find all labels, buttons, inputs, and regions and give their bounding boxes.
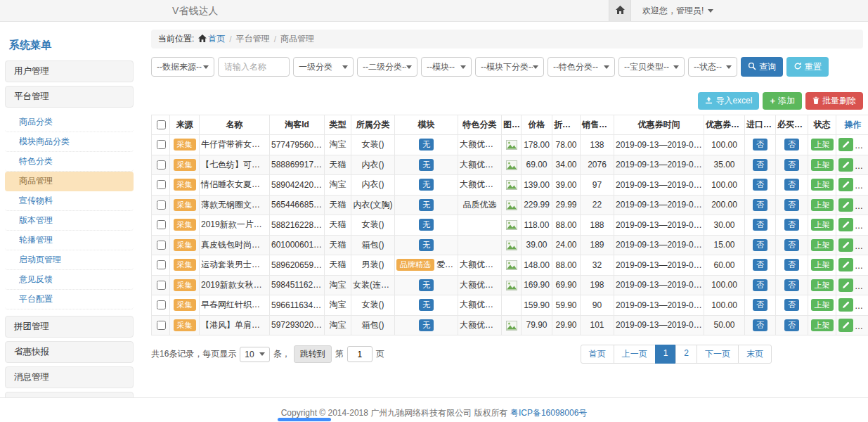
edit-button[interactable]	[838, 178, 853, 191]
filter-status[interactable]: --状态--	[688, 57, 737, 77]
add-button[interactable]: + 添加	[763, 92, 802, 110]
page-button[interactable]: 末页	[738, 345, 772, 364]
sidebar-item[interactable]: 商品管理	[5, 172, 134, 191]
row-checkbox[interactable]	[157, 160, 166, 170]
jump-page-input[interactable]	[347, 346, 373, 362]
sidebar-item[interactable]: 轮播管理	[5, 231, 134, 250]
row-checkbox[interactable]	[157, 300, 166, 309]
row-checkbox[interactable]	[157, 281, 166, 290]
page-button[interactable]: 1	[655, 345, 677, 364]
sidebar-group[interactable]: 消息管理	[5, 366, 134, 388]
row-checkbox[interactable]	[157, 321, 166, 330]
import-excel-button[interactable]: 导入excel	[698, 92, 759, 110]
sidebar-item[interactable]: 意见反馈	[5, 270, 134, 290]
must-buy-toggle[interactable]: 否	[784, 199, 799, 211]
status-badge[interactable]: 上架	[811, 159, 834, 171]
filter-data-source[interactable]: --数据来源--	[151, 57, 214, 77]
type-cell: 天猫	[325, 255, 351, 276]
import-pick-toggle[interactable]: 否	[753, 259, 767, 271]
must-buy-toggle[interactable]: 否	[784, 179, 799, 191]
price-cell: 139.00	[522, 175, 552, 196]
import-pick-toggle[interactable]: 否	[753, 139, 767, 151]
per-page-select[interactable]: 10	[240, 347, 269, 362]
must-buy-toggle[interactable]: 否	[784, 299, 799, 311]
row-checkbox[interactable]	[157, 200, 166, 210]
sidebar-group[interactable]: 平台管理	[5, 86, 134, 108]
filter-level2-category[interactable]: --二级分类--	[357, 57, 417, 77]
type-cell: 天猫	[325, 195, 351, 215]
user-menu[interactable]: 欢迎您，管理员!	[642, 5, 713, 17]
status-badge[interactable]: 上架	[811, 259, 834, 271]
jump-button[interactable]: 跳转到	[294, 345, 332, 363]
must-buy-toggle[interactable]: 否	[784, 159, 799, 171]
import-pick-toggle[interactable]: 否	[753, 299, 767, 311]
filter-level1-category[interactable]: 一级分类	[293, 57, 354, 77]
must-buy-toggle[interactable]: 否	[784, 139, 799, 151]
breadcrumb-home-link[interactable]: 首页	[198, 33, 225, 45]
home-button[interactable]	[609, 0, 631, 21]
edit-button[interactable]	[838, 198, 853, 212]
column-header: 图标	[502, 115, 522, 135]
sidebar-item[interactable]: 宣传物料	[5, 191, 134, 211]
edit-button[interactable]	[838, 279, 853, 292]
status-badge[interactable]: 上架	[811, 239, 834, 251]
batch-delete-button[interactable]: 批量删除	[805, 92, 863, 110]
filter-item-type[interactable]: --宝贝类型--	[618, 57, 685, 77]
page-button[interactable]: 首页	[581, 345, 614, 364]
edit-button[interactable]	[838, 258, 853, 271]
edit-button[interactable]	[838, 238, 853, 252]
edit-button[interactable]	[838, 298, 853, 312]
sidebar-group[interactable]: 用户管理	[5, 60, 134, 82]
row-checkbox[interactable]	[157, 220, 166, 229]
icp-link[interactable]: 粤ICP备16098006号	[510, 408, 587, 418]
page-button[interactable]: 下一页	[697, 345, 739, 364]
edit-button[interactable]	[838, 319, 853, 332]
sidebar-group[interactable]: 拼团管理	[5, 316, 134, 338]
row-checkbox[interactable]	[157, 180, 166, 189]
edit-button[interactable]	[838, 218, 853, 231]
horizontal-scrollbar-thumb[interactable]	[278, 418, 331, 421]
sidebar-item[interactable]: 模块商品分类	[5, 132, 134, 152]
status-badge[interactable]: 上架	[811, 199, 834, 211]
import-pick-toggle[interactable]: 否	[753, 179, 767, 191]
import-pick-toggle[interactable]: 否	[753, 279, 767, 291]
import-pick-toggle[interactable]: 否	[753, 199, 767, 211]
coupon-time-cell: 2019-09-13—2019-09-15	[614, 255, 704, 276]
status-badge[interactable]: 上架	[811, 319, 834, 331]
status-badge[interactable]: 上架	[811, 139, 834, 151]
filter-feature-category[interactable]: --特色分类--	[548, 57, 615, 77]
breadcrumb-item: 平台管理	[236, 33, 270, 45]
status-badge[interactable]: 上架	[811, 299, 834, 311]
must-buy-toggle[interactable]: 否	[784, 219, 799, 231]
must-buy-toggle[interactable]: 否	[784, 239, 799, 251]
page-button[interactable]: 2	[675, 345, 697, 364]
edit-button[interactable]	[838, 138, 853, 151]
name-search-input[interactable]	[218, 57, 290, 77]
filter-module[interactable]: --模块--	[421, 57, 472, 77]
page-button[interactable]: 上一页	[614, 345, 656, 364]
sidebar-item[interactable]: 平台配置	[5, 290, 134, 309]
import-pick-toggle[interactable]: 否	[753, 219, 767, 231]
row-checkbox[interactable]	[157, 140, 166, 149]
query-button[interactable]: 查询	[741, 57, 783, 77]
select-all-checkbox[interactable]	[157, 120, 166, 129]
sidebar-item[interactable]: 商品分类	[5, 113, 134, 132]
sidebar-group[interactable]: 省惠快报	[5, 341, 134, 363]
sidebar-item[interactable]: 启动页管理	[5, 250, 134, 270]
edit-button[interactable]	[838, 158, 853, 172]
import-pick-toggle[interactable]: 否	[753, 239, 767, 251]
status-badge[interactable]: 上架	[811, 179, 834, 191]
row-checkbox[interactable]	[157, 260, 166, 269]
sidebar-item[interactable]: 特色分类	[5, 152, 134, 172]
filter-module-subcategory[interactable]: --模块下分类--	[475, 57, 544, 77]
must-buy-toggle[interactable]: 否	[784, 319, 799, 331]
must-buy-toggle[interactable]: 否	[784, 279, 799, 291]
status-badge[interactable]: 上架	[811, 279, 834, 291]
status-badge[interactable]: 上架	[811, 219, 834, 231]
must-buy-toggle[interactable]: 否	[784, 259, 799, 271]
reset-button[interactable]: 重置	[786, 57, 829, 77]
row-checkbox[interactable]	[157, 241, 166, 250]
import-pick-toggle[interactable]: 否	[753, 319, 767, 331]
sidebar-item[interactable]: 版本管理	[5, 211, 134, 231]
import-pick-toggle[interactable]: 否	[753, 159, 767, 171]
